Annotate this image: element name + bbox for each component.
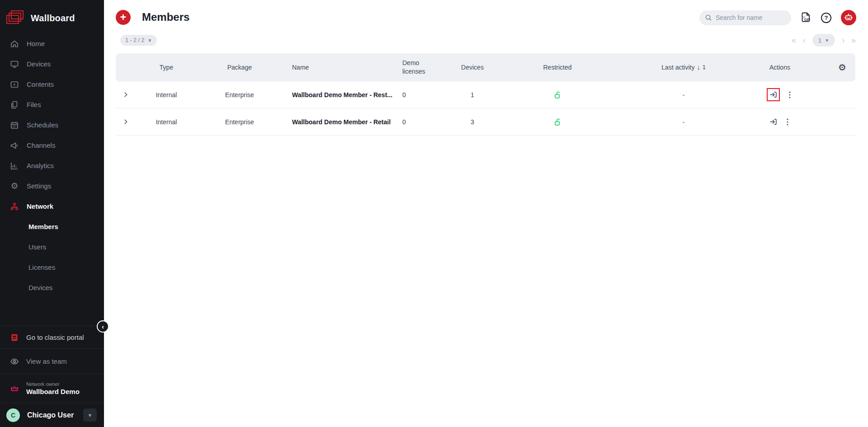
sidebar-item-contents[interactable]: Contents bbox=[0, 74, 104, 94]
cell-last-activity: - bbox=[611, 91, 756, 99]
login-as-member-button[interactable] bbox=[769, 117, 778, 126]
chevron-down-icon: ▼ bbox=[147, 38, 152, 43]
sidebar-item-label: Schedules bbox=[27, 121, 58, 129]
unlock-icon[interactable] bbox=[553, 117, 562, 127]
view-as-team-label: View as team bbox=[26, 357, 67, 365]
view-as-team-link[interactable]: View as team bbox=[0, 348, 104, 374]
main-content: + Members ✕ CSV ? 1 - 2 / 2 ▼ « ‹ 1 bbox=[104, 0, 868, 427]
first-page-button[interactable]: « bbox=[792, 36, 796, 45]
sidebar-item-home[interactable]: Home bbox=[0, 33, 104, 54]
sidebar-subitem-users[interactable]: Users bbox=[0, 237, 104, 257]
app-name: Wallboard bbox=[31, 13, 75, 23]
column-header-last-activity[interactable]: Last activity ↓ 1 bbox=[611, 63, 756, 72]
cell-name[interactable]: Wallboard Demo Member - Rest... bbox=[282, 91, 392, 99]
cell-type: Internal bbox=[136, 91, 197, 99]
range-label: 1 - 2 / 2 bbox=[125, 37, 144, 43]
sidebar-collapse-button[interactable]: ‹ bbox=[97, 320, 109, 333]
sidebar-item-label: Contents bbox=[27, 80, 54, 88]
export-csv-button[interactable]: CSV bbox=[801, 12, 811, 23]
network-owner-block[interactable]: Network owner Wallboard Demo bbox=[0, 374, 104, 403]
sidebar-item-settings[interactable]: ⚙ Settings bbox=[0, 176, 104, 196]
user-dropdown-button[interactable]: ▼ bbox=[83, 408, 97, 422]
search-input[interactable] bbox=[716, 14, 797, 21]
bar-chart-icon bbox=[10, 161, 19, 170]
question-mark-icon: ? bbox=[825, 14, 828, 21]
last-activity-label: Last activity bbox=[661, 63, 694, 72]
table-row: Internal Enterprise Wallboard Demo Membe… bbox=[116, 108, 855, 136]
current-page: 1 bbox=[818, 37, 821, 44]
prev-page-button[interactable]: ‹ bbox=[803, 36, 806, 45]
sidebar-subitem-licenses[interactable]: Licenses bbox=[0, 257, 104, 277]
eye-icon bbox=[10, 357, 19, 366]
row-menu-button[interactable] bbox=[784, 118, 791, 126]
expand-row-button[interactable] bbox=[116, 91, 136, 98]
sidebar-item-label: Files bbox=[27, 101, 41, 108]
sidebar-subitem-members[interactable]: Members bbox=[0, 216, 104, 237]
cell-devices: 3 bbox=[441, 118, 504, 126]
classic-portal-link[interactable]: Go to classic portal bbox=[0, 326, 104, 348]
cell-demo-licenses: 0 bbox=[392, 118, 441, 126]
sidebar-item-label: Home bbox=[27, 40, 45, 47]
unlock-icon[interactable] bbox=[553, 90, 562, 99]
sort-desc-icon: ↓ bbox=[697, 63, 700, 72]
help-button[interactable]: ? bbox=[821, 13, 831, 23]
sidebar-item-label: Network bbox=[27, 202, 53, 210]
target-highlight-box bbox=[767, 88, 780, 101]
cell-package: Enterprise bbox=[197, 118, 282, 126]
page-selector[interactable]: 1 ▼ bbox=[812, 34, 835, 47]
table-settings-gear-icon[interactable]: ⚙ bbox=[838, 62, 846, 72]
robot-icon bbox=[844, 13, 854, 23]
network-icon bbox=[10, 202, 19, 211]
sidebar-item-schedules[interactable]: Schedules bbox=[0, 115, 104, 135]
add-member-button[interactable]: + bbox=[116, 10, 131, 25]
table-settings-cell: ⚙ bbox=[803, 61, 855, 74]
last-page-button[interactable]: » bbox=[851, 36, 856, 45]
cell-demo-licenses: 0 bbox=[392, 91, 441, 99]
login-as-member-button[interactable] bbox=[769, 90, 778, 99]
sidebar-item-network[interactable]: Network bbox=[0, 196, 104, 216]
home-icon bbox=[10, 39, 19, 48]
sidebar-item-channels[interactable]: Channels bbox=[0, 135, 104, 155]
plus-icon: + bbox=[120, 11, 126, 23]
sidebar: Wallboard Home Devices Contents Files bbox=[0, 0, 104, 427]
next-page-button[interactable]: › bbox=[842, 36, 844, 45]
play-box-icon bbox=[10, 80, 19, 89]
row-menu-button[interactable] bbox=[786, 91, 793, 99]
sidebar-subitem-label: Devices bbox=[28, 284, 52, 291]
files-icon bbox=[10, 100, 19, 109]
column-header-package[interactable]: Package bbox=[197, 63, 282, 72]
range-selector[interactable]: 1 - 2 / 2 ▼ bbox=[120, 35, 157, 46]
cell-package: Enterprise bbox=[197, 91, 282, 99]
sidebar-item-files[interactable]: Files bbox=[0, 94, 104, 115]
user-name: Chicago User bbox=[27, 411, 74, 419]
wallboard-logo-icon bbox=[6, 10, 24, 26]
avatar: C bbox=[6, 408, 20, 422]
column-header-restricted[interactable]: Restricted bbox=[504, 63, 611, 72]
column-header-demo-licenses[interactable]: Demo licenses bbox=[392, 59, 441, 76]
cell-type: Internal bbox=[136, 118, 197, 126]
sidebar-subitem-devices[interactable]: Devices bbox=[0, 277, 104, 298]
sidebar-footer: Go to classic portal View as team Networ… bbox=[0, 326, 104, 427]
assistant-bot-button[interactable] bbox=[841, 10, 856, 25]
search-icon bbox=[705, 14, 712, 21]
search-bar[interactable]: ✕ bbox=[699, 10, 791, 25]
user-menu[interactable]: C Chicago User ▼ bbox=[0, 403, 104, 427]
sidebar-item-label: Devices bbox=[27, 60, 51, 68]
table-row: Internal Enterprise Wallboard Demo Membe… bbox=[116, 81, 855, 108]
sidebar-nav: Home Devices Contents Files Schedules bbox=[0, 33, 104, 298]
chevron-down-icon: ▼ bbox=[825, 38, 829, 43]
pagination: « ‹ 1 ▼ › » bbox=[792, 34, 856, 47]
megaphone-icon bbox=[10, 141, 19, 150]
sidebar-subitem-label: Licenses bbox=[28, 263, 55, 271]
cell-last-activity: - bbox=[611, 118, 756, 126]
column-header-type[interactable]: Type bbox=[136, 63, 197, 72]
sidebar-item-analytics[interactable]: Analytics bbox=[0, 155, 104, 176]
column-header-name[interactable]: Name bbox=[282, 63, 392, 72]
column-header-devices[interactable]: Devices bbox=[441, 63, 504, 72]
expand-row-button[interactable] bbox=[116, 118, 136, 125]
owner-texts: Network owner Wallboard Demo bbox=[26, 381, 80, 395]
cell-name[interactable]: Wallboard Demo Member - Retail bbox=[282, 118, 392, 126]
classic-portal-label: Go to classic portal bbox=[26, 333, 84, 341]
app-logo[interactable]: Wallboard bbox=[0, 0, 104, 26]
sidebar-item-devices[interactable]: Devices bbox=[0, 54, 104, 74]
